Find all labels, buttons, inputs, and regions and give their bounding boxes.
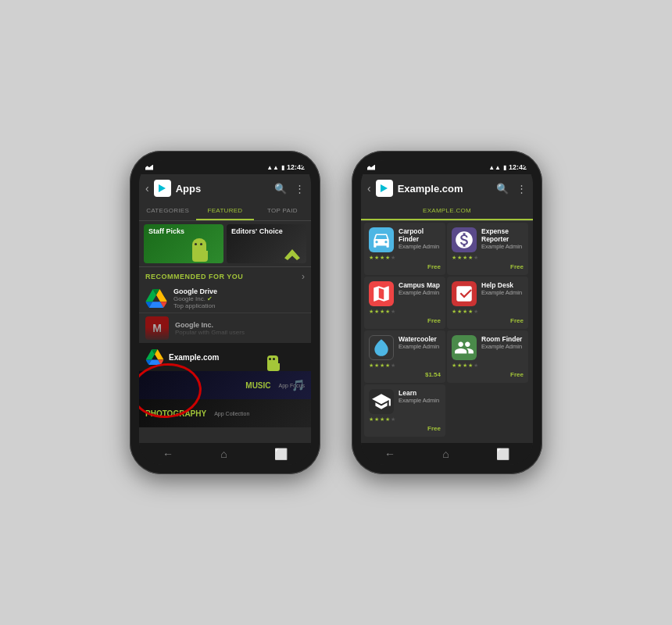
google-drive-item[interactable]: Google Drive Google Inc. ✔ Top applicati… xyxy=(139,284,311,313)
expense-dev: Example Admin xyxy=(481,243,524,250)
water-name: Watercooler xyxy=(399,335,441,343)
helpdesk-icon xyxy=(452,281,477,306)
carpool-footer: Free xyxy=(369,263,441,270)
gdrive-sub: Top application xyxy=(173,302,305,309)
tab-categories[interactable]: CATEGORIES xyxy=(139,202,196,220)
recommended-arrow: › xyxy=(302,271,305,282)
app-card-room[interactable]: Room Finder Example Admin ★★★★★ Free xyxy=(447,330,528,383)
campus-svg xyxy=(371,284,391,304)
home-button-2[interactable] xyxy=(442,448,449,460)
status-right: ▲▲ ▮ 12:42 xyxy=(266,163,305,171)
email-icon-2 xyxy=(367,165,375,170)
learn-name: Learn xyxy=(399,389,441,397)
back-arrow-1[interactable]: ‹ xyxy=(145,182,149,195)
app-card-campus[interactable]: Campus Map Example Admin ★★★★★ Free xyxy=(364,277,445,329)
room-name: Room Finder xyxy=(481,335,524,343)
top-bar-2: ‹ Example.com 🔍 ⋮ xyxy=(361,174,533,202)
phone-2: ▲▲ ▮ 12:42 ‹ Example.com 🔍 ⋮ xyxy=(352,151,542,474)
expense-footer: Free xyxy=(452,263,524,270)
home-button-1[interactable] xyxy=(220,448,227,460)
wifi-icon-2: ▲▲ xyxy=(488,164,501,171)
expense-name: Expense Reporter xyxy=(481,227,524,243)
room-info: Room Finder Example Admin xyxy=(481,335,524,350)
room-stars: ★★★★★ xyxy=(452,362,524,369)
learn-svg xyxy=(371,391,391,412)
more-icon-2[interactable]: ⋮ xyxy=(517,183,527,195)
blur-overlay xyxy=(139,327,311,343)
back-arrow-2[interactable]: ‹ xyxy=(367,182,371,195)
learn-dev: Example Admin xyxy=(399,397,441,404)
gdrive-icon xyxy=(145,289,167,308)
top-bar-1: ‹ Apps 🔍 ⋮ xyxy=(139,174,311,202)
expense-svg xyxy=(454,230,474,250)
learn-stars: ★★★★★ xyxy=(369,416,441,423)
tab-toppaid[interactable]: TOP PAID xyxy=(254,202,311,220)
editors-icon xyxy=(284,249,300,260)
learn-icon xyxy=(369,389,394,414)
example-banner[interactable]: Example.com xyxy=(139,343,311,371)
screen-1: ▲▲ ▮ 12:42 ‹ Apps 🔍 ⋮ xyxy=(139,160,311,465)
room-top: Room Finder Example Admin xyxy=(452,335,524,360)
carpool-icon xyxy=(369,227,394,252)
room-price: Free xyxy=(510,371,524,378)
tab-examplecom[interactable]: EXAMPLE.COM xyxy=(361,202,533,220)
water-stars: ★★★★★ xyxy=(369,362,441,369)
app-card-carpool[interactable]: Carpool Finder Example Admin ★★★★★ Free xyxy=(364,223,445,275)
helpdesk-dev: Example Admin xyxy=(481,289,524,296)
photo-banner[interactable]: PHOTOGRAPHY App Collection xyxy=(139,399,311,427)
staff-label: Staff Picks xyxy=(148,227,184,235)
search-icon-1[interactable]: 🔍 xyxy=(274,183,287,195)
gdrive-name: Google Drive xyxy=(173,288,305,295)
carpool-price: Free xyxy=(427,263,441,270)
app-card-water[interactable]: Watercooler Example Admin ★★★★★ $1.54 xyxy=(364,330,445,383)
recent-button-1[interactable] xyxy=(274,448,288,460)
carpool-dev: Example Admin xyxy=(399,243,441,250)
recent-button-2[interactable] xyxy=(496,448,509,460)
search-icon-2[interactable]: 🔍 xyxy=(496,183,509,195)
photo-label: PHOTOGRAPHY xyxy=(145,409,206,418)
campus-info: Campus Map Example Admin xyxy=(399,281,441,296)
expense-top: Expense Reporter Example Admin xyxy=(452,227,524,252)
status-time-1: 12:42 xyxy=(287,163,305,171)
learn-price: Free xyxy=(427,425,441,432)
water-footer: $1.54 xyxy=(369,371,441,378)
topbar-title-2: Example.com xyxy=(398,183,491,195)
app-card-learn[interactable]: Learn Example Admin ★★★★★ Free xyxy=(364,384,445,437)
screen-2: ▲▲ ▮ 12:42 ‹ Example.com 🔍 ⋮ xyxy=(361,160,533,465)
back-button-1[interactable] xyxy=(163,448,173,460)
nav-bar-2 xyxy=(361,443,533,465)
gdrive-info: Google Drive Google Inc. ✔ Top applicati… xyxy=(173,288,305,309)
more-icon-1[interactable]: ⋮ xyxy=(295,183,305,195)
gmail-item[interactable]: M Google Inc. Popular with Gmail users xyxy=(139,313,311,343)
app-grid: Carpool Finder Example Admin ★★★★★ Free xyxy=(361,221,533,438)
photo-sub-section: App Collection xyxy=(214,411,249,416)
main-container: ▲▲ ▮ 12:42 ‹ Apps 🔍 ⋮ xyxy=(0,0,672,625)
play-triangle xyxy=(159,184,166,192)
carpool-name: Carpool Finder xyxy=(399,227,441,243)
back-button-2[interactable] xyxy=(384,448,395,460)
play-store-logo-1 xyxy=(154,180,171,197)
water-top: Watercooler Example Admin xyxy=(369,335,441,360)
music-icon: 🎵 xyxy=(291,379,305,391)
email-icon xyxy=(145,165,153,170)
content-1: Staff Picks Editors' Choi xyxy=(139,221,311,443)
helpdesk-info: Help Desk Example Admin xyxy=(481,281,524,296)
tab-featured[interactable]: FEATURED xyxy=(196,202,253,220)
gdrive-dev: Google Inc. ✔ xyxy=(173,295,305,302)
campus-top: Campus Map Example Admin xyxy=(369,281,441,306)
water-dev: Example Admin xyxy=(399,343,441,350)
editors-choice-banner[interactable]: Editors' Choice xyxy=(227,224,306,263)
android-banner xyxy=(267,355,280,371)
phone-1: ▲▲ ▮ 12:42 ‹ Apps 🔍 ⋮ xyxy=(130,151,320,474)
expense-info: Expense Reporter Example Admin xyxy=(481,227,524,250)
app-card-expense[interactable]: Expense Reporter Example Admin ★★★★★ Fre… xyxy=(447,223,528,275)
music-banner[interactable]: MUSIC App Focus 🎵 xyxy=(139,371,311,399)
app-card-helpdesk[interactable]: Help Desk Example Admin ★★★★★ Free xyxy=(447,277,528,329)
staff-picks-banner[interactable]: Staff Picks xyxy=(144,224,223,263)
content-2: Carpool Finder Example Admin ★★★★★ Free xyxy=(361,221,533,443)
campus-dev: Example Admin xyxy=(399,289,441,296)
campus-icon xyxy=(369,281,394,306)
music-label: MUSIC xyxy=(245,381,270,390)
learn-info: Learn Example Admin xyxy=(399,389,441,404)
status-right-2: ▲▲ ▮ 12:42 xyxy=(488,163,527,171)
